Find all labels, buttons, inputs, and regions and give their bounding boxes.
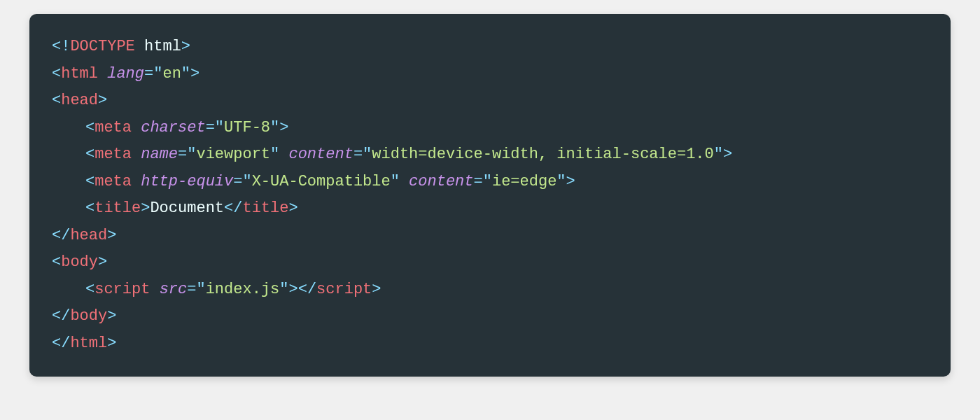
tag-head: head — [61, 92, 98, 109]
value-script-src: index.js — [206, 281, 280, 298]
code-line-meta-charset: <meta charset="UTF-8"> — [52, 115, 928, 142]
doctype-bang: ! — [61, 38, 70, 55]
tag-title: title — [94, 200, 141, 217]
tag-meta: meta — [94, 119, 132, 136]
value-viewport-content: width=device-width, initial-scale=1.0 — [372, 146, 713, 163]
attr-content: content — [288, 146, 353, 163]
value-viewport: viewport — [196, 146, 270, 163]
tag-script: script — [94, 281, 150, 298]
angle-open: < — [52, 38, 61, 55]
value-ie-edge: ie=edge — [492, 173, 556, 190]
code-line-meta-viewport: <meta name="viewport" content="width=dev… — [52, 141, 928, 169]
code-line-title: <title>Document</title> — [52, 195, 928, 223]
code-line-meta-httpequiv: <meta http-equiv="X-UA-Compatible" conte… — [52, 169, 928, 196]
attr-name: name — [141, 146, 178, 163]
code-line-doctype: <!DOCTYPE html> — [52, 34, 928, 61]
code-line-head-close: </head> — [52, 223, 928, 250]
attr-src: src — [160, 281, 188, 298]
code-line-html-close: </html> — [52, 330, 928, 358]
value-http-equiv: X-UA-Compatible — [252, 173, 391, 190]
code-line-body-open: <body> — [52, 249, 928, 276]
code-line-script: <script src="index.js"></script> — [52, 276, 928, 304]
code-line-head-open: <head> — [52, 88, 928, 115]
attr-charset: charset — [141, 119, 205, 136]
value-charset: UTF-8 — [224, 119, 270, 136]
attr-http-equiv: http-equiv — [141, 173, 233, 190]
doctype-keyword: DOCTYPE — [70, 38, 134, 55]
doctype-kind: html — [144, 38, 181, 55]
tag-body: body — [61, 253, 98, 271]
title-text: Document — [150, 200, 224, 217]
value-lang: en — [162, 65, 181, 83]
attr-lang: lang — [107, 65, 144, 83]
code-editor[interactable]: <!DOCTYPE html><html lang="en"><head><me… — [29, 14, 951, 377]
angle-close: > — [181, 38, 190, 55]
code-line-body-close: </body> — [52, 303, 928, 330]
tag-html: html — [61, 65, 98, 83]
code-line-html-open: <html lang="en"> — [52, 61, 928, 88]
